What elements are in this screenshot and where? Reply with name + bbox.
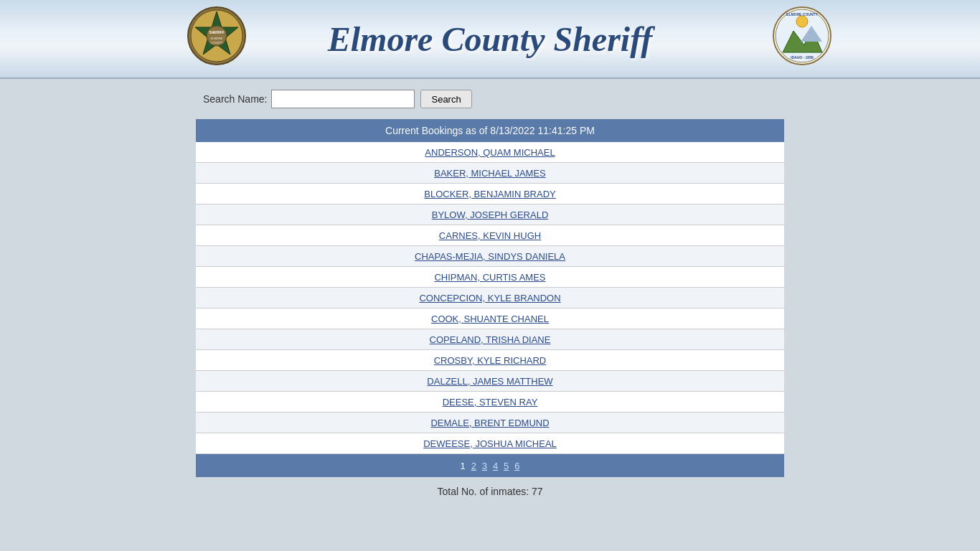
inmate-link[interactable]: ANDERSON, QUAM MICHAEL <box>425 147 555 158</box>
inmate-link[interactable]: DEWEESE, JOSHUA MICHEAL <box>423 438 557 449</box>
inmate-cell: BLOCKER, BENJAMIN BRADY <box>196 184 784 204</box>
inmate-cell: CARNES, KEVIN HUGH <box>196 225 784 246</box>
table-row: BYLOW, JOSEPH GERALD <box>196 204 784 225</box>
table-row: DEWEESE, JOSHUA MICHEAL <box>196 433 784 454</box>
search-button[interactable]: Search <box>420 90 471 108</box>
page-link[interactable]: 4 <box>493 461 498 471</box>
site-header: SHERIFF ELMORE COUNTY Elmore County Sher… <box>0 0 980 79</box>
search-row: Search Name: Search <box>196 90 784 108</box>
page-link[interactable]: 3 <box>482 461 487 471</box>
page-title: Elmore County Sheriff <box>328 19 653 59</box>
inmate-cell: DEESE, STEVEN RAY <box>196 392 784 413</box>
table-row: COPELAND, TRISHA DIANE <box>196 329 784 350</box>
pagination-row: 1 2 3 4 5 6 <box>196 454 784 478</box>
table-row: CHIPMAN, CURTIS AMES <box>196 267 784 288</box>
inmate-link[interactable]: COPELAND, TRISHA DIANE <box>430 334 551 345</box>
total-count-row: Total No. of inmates: 77 <box>196 486 784 497</box>
svg-text:COUNTY: COUNTY <box>211 41 223 44</box>
page-link[interactable]: 2 <box>471 461 476 471</box>
page-current: 1 <box>461 461 466 471</box>
page-link[interactable]: 6 <box>514 461 519 471</box>
svg-text:ELMORE: ELMORE <box>211 37 223 40</box>
table-row: COOK, SHUANTE CHANEL <box>196 309 784 329</box>
svg-point-11 <box>796 16 808 27</box>
county-seal-logo: ELMORE COUNTY IDAHO · 1889 <box>772 6 837 70</box>
inmate-link[interactable]: COOK, SHUANTE CHANEL <box>431 314 549 324</box>
inmate-cell: COOK, SHUANTE CHANEL <box>196 309 784 329</box>
table-row: DALZELL, JAMES MATTHEW <box>196 371 784 392</box>
search-label: Search Name: <box>203 93 267 105</box>
sheriff-badge-logo: SHERIFF ELMORE COUNTY <box>187 6 251 70</box>
main-content: Search Name: Search Current Bookings as … <box>196 79 784 497</box>
inmate-link[interactable]: DALZELL, JAMES MATTHEW <box>427 376 552 387</box>
inmate-link[interactable]: BYLOW, JOSEPH GERALD <box>432 209 549 220</box>
inmate-link[interactable]: CARNES, KEVIN HUGH <box>439 230 541 241</box>
inmate-cell: DEMALE, BRENT EDMUND <box>196 413 784 433</box>
inmate-link[interactable]: CHIPMAN, CURTIS AMES <box>434 272 545 283</box>
inmate-cell: COPELAND, TRISHA DIANE <box>196 329 784 350</box>
inmate-cell: CONCEPCION, KYLE BRANDON <box>196 288 784 309</box>
table-row: BLOCKER, BENJAMIN BRADY <box>196 184 784 204</box>
svg-text:ELMORE COUNTY: ELMORE COUNTY <box>786 12 819 17</box>
table-row: CROSBY, KYLE RICHARD <box>196 350 784 371</box>
inmate-cell: BYLOW, JOSEPH GERALD <box>196 204 784 225</box>
inmate-link[interactable]: CONCEPCION, KYLE BRANDON <box>419 293 560 303</box>
table-row: DEMALE, BRENT EDMUND <box>196 413 784 433</box>
page-link[interactable]: 5 <box>504 461 509 471</box>
inmate-link[interactable]: CROSBY, KYLE RICHARD <box>434 355 547 366</box>
svg-text:IDAHO · 1889: IDAHO · 1889 <box>791 55 814 60</box>
inmate-cell: CHAPAS-MEJIA, SINDYS DANIELA <box>196 246 784 267</box>
inmate-cell: ANDERSON, QUAM MICHAEL <box>196 142 784 163</box>
inmate-link[interactable]: DEMALE, BRENT EDMUND <box>430 418 549 428</box>
inmate-link[interactable]: BAKER, MICHAEL JAMES <box>434 168 546 179</box>
inmate-cell: CHIPMAN, CURTIS AMES <box>196 267 784 288</box>
table-row: ANDERSON, QUAM MICHAEL <box>196 142 784 163</box>
inmate-cell: DEWEESE, JOSHUA MICHEAL <box>196 433 784 454</box>
table-row: CARNES, KEVIN HUGH <box>196 225 784 246</box>
svg-text:SHERIFF: SHERIFF <box>209 30 224 34</box>
total-count-value: 77 <box>532 486 543 497</box>
inmate-cell: CROSBY, KYLE RICHARD <box>196 350 784 371</box>
table-row: BAKER, MICHAEL JAMES <box>196 163 784 184</box>
table-header: Current Bookings as of 8/13/2022 11:41:2… <box>196 119 784 142</box>
inmate-link[interactable]: DEESE, STEVEN RAY <box>443 397 538 408</box>
inmate-cell: DALZELL, JAMES MATTHEW <box>196 371 784 392</box>
inmate-link[interactable]: CHAPAS-MEJIA, SINDYS DANIELA <box>415 251 565 262</box>
search-input[interactable] <box>271 90 415 108</box>
table-row: CHAPAS-MEJIA, SINDYS DANIELA <box>196 246 784 267</box>
table-row: CONCEPCION, KYLE BRANDON <box>196 288 784 309</box>
table-row: DEESE, STEVEN RAY <box>196 392 784 413</box>
total-label: Total No. of inmates: <box>437 486 529 497</box>
inmate-link[interactable]: BLOCKER, BENJAMIN BRADY <box>424 189 556 199</box>
inmate-cell: BAKER, MICHAEL JAMES <box>196 163 784 184</box>
bookings-table: Current Bookings as of 8/13/2022 11:41:2… <box>196 119 784 477</box>
